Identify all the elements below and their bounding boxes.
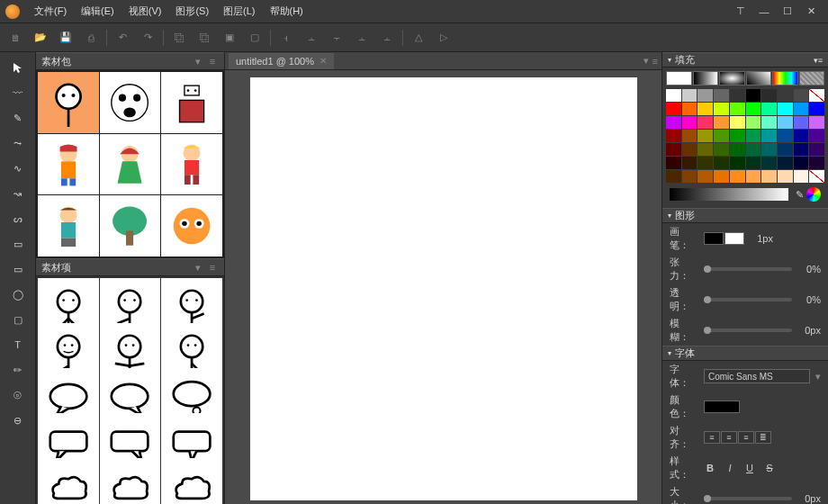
- color-wheel-icon[interactable]: [806, 187, 821, 202]
- group-icon[interactable]: ⿻: [169, 28, 189, 48]
- tab-close-icon[interactable]: ✕: [320, 56, 327, 66]
- color-swatch[interactable]: [698, 170, 713, 183]
- panel-chevron-icon[interactable]: ▾: [192, 55, 204, 68]
- color-swatch[interactable]: [794, 130, 809, 142]
- crop-tool[interactable]: ▭: [6, 232, 30, 256]
- color-swatch[interactable]: [778, 116, 793, 129]
- color-swatch[interactable]: [698, 143, 713, 156]
- fill-angle[interactable]: [746, 71, 772, 86]
- color-swatch[interactable]: [682, 103, 698, 115]
- eyedropper-tool[interactable]: ⦾: [6, 383, 30, 407]
- menu-shape[interactable]: 图形(S): [168, 3, 216, 20]
- color-swatch[interactable]: [714, 143, 729, 156]
- color-swatch[interactable]: [666, 116, 681, 129]
- color-swatch[interactable]: [746, 103, 761, 115]
- zoom-tool[interactable]: ⊖: [6, 409, 30, 432]
- color-swatch[interactable]: [682, 130, 698, 142]
- fill-radial[interactable]: [719, 71, 745, 86]
- color-swatch[interactable]: [714, 157, 729, 169]
- panel-menu-icon[interactable]: ≡: [206, 55, 219, 68]
- align-left[interactable]: ≡: [704, 431, 720, 444]
- item-cloud-1[interactable]: [38, 458, 99, 504]
- color-swatch[interactable]: [730, 170, 745, 183]
- color-swatch[interactable]: [698, 103, 713, 115]
- color-swatch[interactable]: [761, 116, 777, 129]
- color-swatch[interactable]: [730, 89, 745, 102]
- color-swatch[interactable]: [666, 170, 681, 183]
- ellipse-tool[interactable]: ◯: [6, 283, 30, 306]
- color-swatch[interactable]: [682, 116, 698, 129]
- freehand-tool[interactable]: ∿: [6, 157, 30, 180]
- color-swatch[interactable]: [714, 89, 729, 102]
- menu-view[interactable]: 视图(V): [122, 3, 169, 20]
- color-swatch[interactable]: [778, 130, 793, 142]
- back-icon[interactable]: ▢: [245, 28, 265, 48]
- color-swatch[interactable]: [809, 116, 824, 129]
- color-swatch[interactable]: [666, 130, 681, 142]
- item-cloud-3[interactable]: [161, 458, 222, 504]
- align-center-icon[interactable]: ⫠: [302, 28, 321, 48]
- color-swatch[interactable]: [682, 170, 698, 183]
- font-dropdown-icon[interactable]: ▾: [815, 371, 821, 382]
- flip-h-icon[interactable]: △: [409, 28, 428, 48]
- color-swatch[interactable]: [809, 170, 824, 183]
- item-cloud-2[interactable]: [100, 458, 161, 504]
- align-justify[interactable]: ≣: [755, 431, 771, 444]
- brush-tool[interactable]: ✏: [6, 358, 30, 382]
- text-tool[interactable]: T: [6, 333, 30, 356]
- eyedropper-icon[interactable]: ✎: [792, 187, 806, 202]
- asset-boy-red[interactable]: [161, 134, 222, 195]
- canvas-area[interactable]: [225, 70, 662, 504]
- font-select[interactable]: Comic Sans MS: [704, 369, 810, 383]
- color-swatch[interactable]: [809, 130, 824, 142]
- tab-menu-icon[interactable]: ≡: [652, 56, 658, 67]
- color-swatch[interactable]: [809, 143, 824, 156]
- color-swatch[interactable]: [666, 143, 681, 156]
- align-right[interactable]: ≡: [738, 431, 754, 444]
- color-swatch[interactable]: [794, 89, 809, 102]
- open-icon[interactable]: 📂: [31, 28, 50, 48]
- color-swatch[interactable]: [761, 143, 777, 156]
- front-icon[interactable]: ▣: [220, 28, 239, 48]
- asset-girl-green[interactable]: [100, 134, 161, 195]
- color-swatch[interactable]: [746, 89, 761, 102]
- fill-linear[interactable]: [693, 71, 719, 86]
- flip-v-icon[interactable]: ▷: [434, 28, 454, 48]
- close-button[interactable]: ✕: [799, 0, 823, 23]
- color-swatch[interactable]: [730, 103, 745, 115]
- color-swatch[interactable]: [761, 89, 777, 102]
- color-swatch[interactable]: [794, 116, 809, 129]
- menu-file[interactable]: 文件(F): [27, 3, 74, 20]
- align-right-icon[interactable]: ⫟: [327, 28, 346, 48]
- gradient-slider[interactable]: [670, 188, 788, 201]
- color-swatch[interactable]: [714, 103, 729, 115]
- print-icon[interactable]: ⎙: [81, 28, 101, 48]
- color-swatch[interactable]: [778, 157, 793, 169]
- align-top-icon[interactable]: ⫠: [352, 28, 372, 48]
- asset-kid-teal[interactable]: [38, 195, 99, 256]
- color-swatch[interactable]: [794, 103, 809, 115]
- color-swatch[interactable]: [714, 116, 729, 129]
- node-tool[interactable]: ᔕ: [6, 207, 30, 230]
- ungroup-icon[interactable]: ⿻: [194, 28, 214, 48]
- stroke-none[interactable]: [724, 232, 744, 245]
- align-center[interactable]: ≡: [721, 431, 737, 444]
- menu-help[interactable]: 帮助(H): [263, 3, 310, 20]
- color-swatch[interactable]: [666, 157, 681, 169]
- tab-chevron-icon[interactable]: ▾: [644, 55, 649, 67]
- color-swatch[interactable]: [698, 130, 713, 142]
- maximize-button[interactable]: ☐: [776, 0, 799, 23]
- color-swatch[interactable]: [682, 157, 698, 169]
- color-swatch[interactable]: [761, 130, 777, 142]
- save-icon[interactable]: 💾: [56, 28, 76, 48]
- pen-tool[interactable]: ✎: [6, 106, 30, 130]
- asset-rageface[interactable]: [100, 72, 161, 133]
- curve-tool[interactable]: 〰: [6, 81, 30, 104]
- color-swatch[interactable]: [666, 103, 681, 115]
- color-swatch[interactable]: [682, 143, 698, 156]
- color-swatch[interactable]: [778, 103, 793, 115]
- color-swatch[interactable]: [730, 130, 745, 142]
- bold-button[interactable]: B: [704, 463, 716, 473]
- color-swatch[interactable]: [778, 143, 793, 156]
- tension-slider[interactable]: [704, 267, 792, 271]
